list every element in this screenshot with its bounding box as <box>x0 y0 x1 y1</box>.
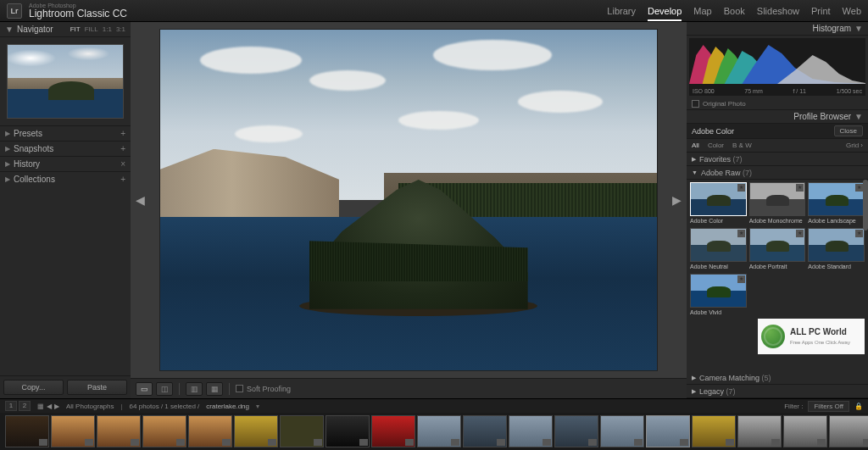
main-photo[interactable] <box>159 29 658 371</box>
exif-shutter: 1/500 sec <box>837 88 862 94</box>
navigator-preview[interactable] <box>7 44 124 119</box>
watermark: ALL PC WorldFree Apps One Click Away <box>758 319 865 354</box>
film-thumb[interactable] <box>509 415 553 447</box>
forward-icon[interactable]: ▶ <box>54 403 59 410</box>
source-label[interactable]: All Photographs <box>66 403 114 410</box>
profile-browser-title: Profile Browser <box>793 112 851 121</box>
zoom-3-1[interactable]: 3:1 <box>116 25 125 33</box>
original-photo-checkbox[interactable] <box>692 100 699 108</box>
profile-adobe-neutral[interactable]: ★Adobe Neutral <box>690 228 747 271</box>
soft-proof-label: Soft Proofing <box>247 385 291 393</box>
film-thumb[interactable] <box>97 415 141 447</box>
filter-bw[interactable]: B & W <box>732 142 752 149</box>
film-thumb[interactable] <box>829 415 868 447</box>
paste-button[interactable]: Paste <box>67 380 127 395</box>
exif-iso: ISO 800 <box>693 88 715 94</box>
histogram[interactable]: ISO 800 75 mm f / 11 1/500 sec <box>689 38 865 96</box>
back-icon[interactable]: ◀ <box>47 403 52 410</box>
module-slideshow[interactable]: Slideshow <box>757 6 799 16</box>
grid-view-icon[interactable]: ▦ <box>37 403 44 410</box>
current-profile: Adobe Color <box>692 127 734 136</box>
survey-icon[interactable]: ▦ <box>206 382 223 396</box>
close-profile-button[interactable]: Close <box>834 125 863 136</box>
navigator-toggle-icon[interactable]: ▼ <box>5 25 14 34</box>
film-thumb[interactable] <box>417 415 461 447</box>
profile-adobe-color[interactable]: ★Adobe Color <box>690 182 747 225</box>
monitor-1[interactable]: 1 <box>5 401 17 411</box>
zoom-fill[interactable]: FILL <box>85 25 98 33</box>
module-print[interactable]: Print <box>811 6 831 16</box>
filter-all[interactable]: All <box>692 142 699 149</box>
presets-section[interactable]: ▶Presets+ <box>0 125 131 141</box>
snapshots-section[interactable]: ▶Snapshots+ <box>0 141 131 156</box>
film-thumb[interactable] <box>600 415 644 447</box>
zoom-fit[interactable]: FIT <box>70 25 81 33</box>
film-thumb[interactable] <box>326 415 370 447</box>
film-thumb[interactable] <box>371 415 415 447</box>
profile-adobe-mono[interactable]: ★Adobe Monochrome <box>749 182 806 225</box>
histogram-title: Histogram <box>813 24 852 33</box>
filename: craterlake.dng <box>206 403 249 410</box>
module-map[interactable]: Map <box>693 6 711 16</box>
film-thumb[interactable] <box>234 415 278 447</box>
next-photo-icon[interactable]: ▶ <box>672 193 682 207</box>
filter-lock-icon[interactable]: 🔒 <box>854 403 863 410</box>
film-thumb[interactable] <box>737 415 782 447</box>
compare-icon[interactable]: ▥ <box>186 382 203 396</box>
film-thumb[interactable] <box>554 415 598 447</box>
film-thumb[interactable] <box>5 415 49 447</box>
film-thumb[interactable] <box>280 415 324 447</box>
collections-section[interactable]: ▶Collections+ <box>0 171 131 186</box>
camera-matching-section[interactable]: ▶Camera Matching (5) <box>687 371 868 385</box>
scrollbar-thumb[interactable] <box>863 180 868 231</box>
legacy-section[interactable]: ▶Legacy (7) <box>687 385 868 398</box>
filter-color[interactable]: Color <box>708 142 724 149</box>
module-web[interactable]: Web <box>843 6 861 16</box>
before-after-icon[interactable]: ◫ <box>156 382 173 396</box>
profile-adobe-vivid[interactable]: ★Adobe Vivid <box>690 274 747 317</box>
film-thumb[interactable] <box>51 415 95 447</box>
history-section[interactable]: ▶History× <box>0 156 131 171</box>
film-thumb[interactable] <box>646 415 690 447</box>
profile-grid-link[interactable]: Grid › <box>846 142 863 149</box>
app-title: Lightroom Classic CC <box>29 8 127 19</box>
app-logo: Lr <box>7 3 22 19</box>
filter-dropdown[interactable]: Filters Off <box>808 401 849 412</box>
film-thumb[interactable] <box>188 415 232 447</box>
favorites-section[interactable]: ▶Favorites (7) <box>687 153 868 166</box>
module-library[interactable]: Library <box>607 6 636 16</box>
profile-adobe-portrait[interactable]: ★Adobe Portrait <box>749 228 806 271</box>
loupe-view-icon[interactable]: ▭ <box>136 382 153 396</box>
profile-adobe-standard[interactable]: ★Adobe Standard <box>808 228 865 271</box>
copy-button[interactable]: Copy... <box>3 380 64 395</box>
module-develop[interactable]: Develop <box>648 6 682 16</box>
filter-label: Filter : <box>784 403 803 410</box>
globe-icon <box>761 325 785 348</box>
film-thumb[interactable] <box>692 415 736 447</box>
original-photo-label: Original Photo <box>703 100 746 108</box>
photo-count: 64 photos / 1 selected / <box>130 403 200 410</box>
film-thumb[interactable] <box>783 415 827 447</box>
monitor-2[interactable]: 2 <box>19 401 31 411</box>
module-book[interactable]: Book <box>724 6 745 16</box>
filmstrip[interactable] <box>0 413 868 450</box>
zoom-1-1[interactable]: 1:1 <box>103 25 112 33</box>
film-thumb[interactable] <box>142 415 186 447</box>
exif-focal: 75 mm <box>744 88 762 94</box>
film-thumb[interactable] <box>463 415 507 447</box>
prev-photo-icon[interactable]: ◀ <box>136 193 145 207</box>
navigator-title: Navigator <box>17 25 53 34</box>
profile-adobe-landscape[interactable]: ★Adobe Landscape <box>808 182 865 225</box>
soft-proof-checkbox[interactable] <box>236 385 243 392</box>
adobe-raw-section[interactable]: ▼Adobe Raw (7) <box>687 166 868 180</box>
exif-aperture: f / 11 <box>793 88 806 94</box>
